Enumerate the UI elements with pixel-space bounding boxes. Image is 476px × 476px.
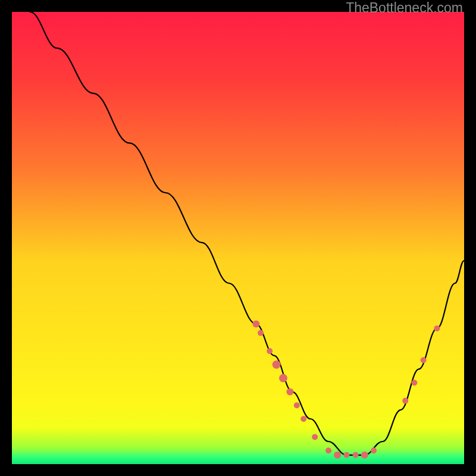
marker-dot	[343, 452, 349, 458]
marker-dot	[273, 361, 281, 369]
watermark-text: TheBottleneck.com	[346, 0, 463, 16]
marker-dot	[353, 452, 359, 458]
marker-dot	[252, 320, 259, 327]
marker-dot	[286, 388, 293, 395]
marker-dot	[411, 380, 417, 386]
marker-dot	[279, 374, 287, 383]
marker-dot	[267, 348, 273, 354]
marker-dot	[434, 325, 440, 331]
chart-frame	[12, 12, 464, 464]
marker-dot	[421, 357, 427, 363]
marker-dot	[294, 402, 300, 408]
marker-dot	[258, 330, 264, 336]
marker-dot	[361, 452, 368, 459]
marker-dot	[371, 447, 377, 453]
marker-dot	[300, 416, 306, 422]
marker-dot	[334, 452, 341, 459]
marker-dot	[402, 398, 408, 404]
marker-dot	[325, 447, 331, 453]
bottleneck-chart	[12, 12, 464, 464]
marker-dot	[312, 434, 318, 440]
